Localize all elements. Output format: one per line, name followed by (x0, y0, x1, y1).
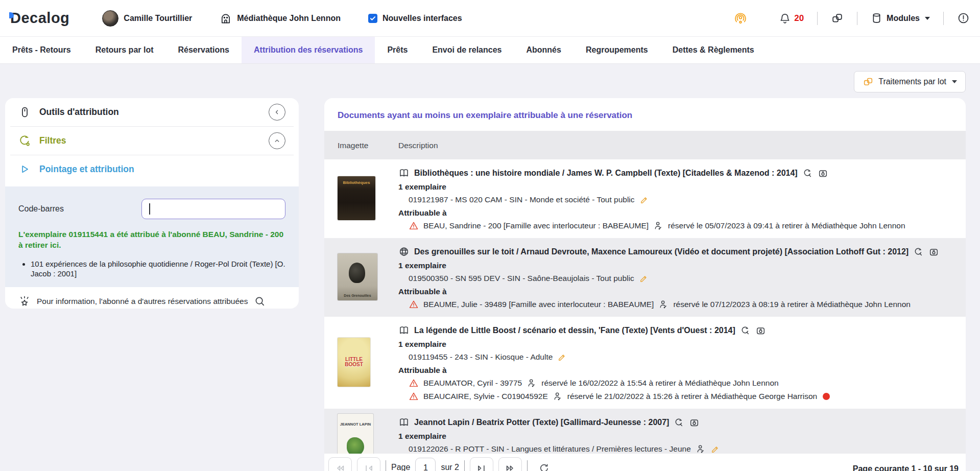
cover-text: Bibliothèques (343, 180, 370, 185)
table-row[interactable]: Bibliothèques Bibliothèques : une histoi… (324, 159, 966, 238)
detail-loupe-icon[interactable] (802, 168, 813, 179)
subscriber-icon[interactable] (527, 378, 537, 388)
decalog-logo: Decalog (10, 10, 69, 27)
subscriber-icon[interactable] (658, 299, 668, 310)
hold-subscriber: BEAUMATOR, Cyril - 39775 (423, 379, 522, 388)
edit-pencil-icon[interactable] (710, 444, 721, 454)
divider (817, 12, 818, 25)
column-header-description: Description (398, 141, 438, 150)
collapse-up-button[interactable] (269, 132, 285, 149)
attribution-success-message: L'exemplaire 019115441 a été attribué à … (18, 229, 285, 251)
filters-section-label: Filtres (39, 135, 260, 146)
modules-menu[interactable]: Modules (871, 12, 930, 24)
barcode-label: Code-barres (18, 204, 141, 214)
warning-icon (409, 378, 419, 388)
divider (857, 12, 857, 25)
star-rays-icon (18, 295, 31, 308)
copies-count-label: 1 exemplaire (398, 261, 955, 270)
sidebar-section-filters[interactable]: Filtres (5, 127, 299, 155)
documents-panel: Documents ayant au moins un exemplaire a… (324, 98, 966, 471)
hold-reservation: réservé le 05/07/2023 à 09:41 à retirer … (668, 221, 905, 230)
subscriber-icon[interactable] (653, 221, 663, 231)
tab-abonnes[interactable]: Abonnés (514, 37, 573, 63)
edit-pencil-icon[interactable] (639, 273, 649, 284)
warning-icon (409, 299, 419, 310)
previous-page-button[interactable] (357, 457, 380, 471)
new-interfaces-checkbox[interactable] (368, 14, 377, 23)
check-icon (369, 15, 376, 22)
warning-icon (409, 391, 419, 402)
page-number-input[interactable]: 1 (415, 458, 436, 471)
book-cover-thumbnail: LITTLE BOOST (338, 338, 370, 387)
subscriber-icon[interactable] (696, 444, 706, 454)
text-cursor (149, 203, 150, 215)
search-icon[interactable] (254, 295, 266, 308)
hold-reservation: réservé le 16/02/2022 à 15:54 à retirer … (541, 379, 778, 388)
mouse-icon (18, 106, 31, 119)
info-icon[interactable] (957, 12, 970, 25)
skip-start-icon (363, 462, 375, 471)
current-user[interactable]: Camille Tourtillier (102, 10, 192, 27)
other-reservations-info: Pour information, l'abonné a d'autres ré… (5, 287, 299, 308)
pointing-section-label: Pointage et attribution (39, 164, 285, 175)
sidebar-section-tools[interactable]: Outils d'attribution (5, 98, 299, 126)
tab-attribution-des-reservations[interactable]: Attribution des réservations (242, 37, 375, 63)
camera-icon[interactable] (755, 325, 766, 336)
edit-pencil-icon[interactable] (557, 352, 567, 362)
collapse-left-button[interactable] (269, 104, 285, 121)
copy-details: 019121987 - MS 020 CAM - SIN - Monde et … (409, 195, 635, 204)
divider (386, 460, 386, 471)
next-page-button[interactable] (470, 457, 493, 471)
info-message: Pour information, l'abonné a d'autres ré… (37, 297, 248, 306)
tab-regroupements[interactable]: Regroupements (573, 37, 660, 63)
edit-pencil-icon[interactable] (639, 195, 650, 205)
attributed-item-title: 101 expériences de la philosophie quotid… (31, 259, 285, 279)
subscriber-icon[interactable] (553, 391, 563, 402)
rewind-icon (334, 462, 346, 471)
first-page-button[interactable] (328, 457, 352, 471)
current-library[interactable]: Médiathèque John Lennon (220, 12, 341, 25)
logo-text: Decalog (10, 10, 69, 26)
detail-loupe-icon[interactable] (913, 247, 924, 257)
table-header: Imagette Description (324, 131, 966, 159)
tab-envoi-de-relances[interactable]: Envoi de relances (420, 37, 514, 63)
detail-loupe-icon[interactable] (740, 325, 751, 336)
notifications-button[interactable]: 20 (779, 12, 804, 25)
sidebar-section-pointing[interactable]: Pointage et attribution (5, 155, 299, 183)
user-avatar (102, 10, 118, 27)
batch-button-label: Traitements par lot (878, 77, 946, 86)
divider (464, 460, 465, 471)
link-pages-icon[interactable] (831, 12, 844, 25)
tab-prets[interactable]: Prêts (375, 37, 420, 63)
copies-count-label: 1 exemplaire (398, 340, 955, 349)
warning-icon (409, 221, 419, 231)
broadcast-target-icon[interactable] (734, 12, 747, 25)
book-cover-thumbnail: Des Grenouilles (338, 253, 377, 300)
hold-subscriber: BEAUME, Julie - 39489 [Famille avec inte… (423, 300, 654, 309)
document-title: Jeannot Lapin / Beatrix Potter (Texte) [… (414, 418, 669, 427)
tab-dettes-reglements[interactable]: Dettes & Règlements (660, 37, 767, 63)
table-row[interactable]: LITTLE BOOST La légende de Little Boost … (324, 317, 966, 409)
camera-icon[interactable] (689, 417, 700, 428)
new-interfaces-toggle[interactable]: Nouvelles interfaces (368, 14, 462, 23)
table-row[interactable]: Des Grenouilles Des grenouilles sur le t… (324, 238, 966, 317)
modules-cylinder-icon (871, 12, 882, 24)
fast-forward-icon (504, 462, 516, 471)
column-header-thumbnail: Imagette (324, 141, 398, 150)
document-title: Bibliothèques : une histoire mondiale / … (414, 169, 798, 178)
tab-reservations[interactable]: Réservations (166, 37, 242, 63)
unavailable-status-dot (823, 393, 830, 400)
hold-subscriber: BEAUCAIRE, Sylvie - C01904592E (423, 392, 548, 401)
camera-icon[interactable] (928, 247, 939, 257)
last-page-button[interactable] (498, 457, 522, 471)
refresh-button[interactable] (533, 457, 556, 471)
tab-retours-par-lot[interactable]: Retours par lot (83, 37, 166, 63)
batch-processing-button[interactable]: Traitements par lot (854, 71, 966, 92)
library-building-icon (220, 12, 232, 25)
barcode-input[interactable] (141, 199, 285, 219)
camera-icon[interactable] (818, 168, 828, 179)
detail-loupe-icon[interactable] (674, 417, 684, 428)
tab-prets-retours[interactable]: Prêts - Retours (0, 37, 83, 63)
barcode-scan-panel: Code-barres L'exemplaire 019115441 a été… (5, 186, 299, 287)
play-icon (18, 163, 31, 176)
